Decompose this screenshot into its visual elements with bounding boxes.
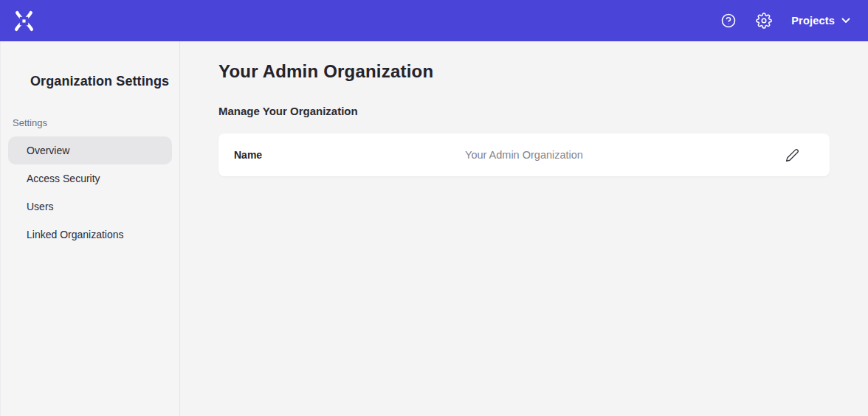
projects-dropdown-label: Projects: [791, 15, 835, 27]
sidebar-item-overview[interactable]: Overview: [8, 136, 172, 164]
projects-dropdown[interactable]: Projects: [791, 15, 850, 27]
pencil-icon: [785, 148, 799, 162]
sidebar-item-linked-organizations[interactable]: Linked Organizations: [8, 221, 172, 249]
edit-name-button[interactable]: [784, 147, 800, 163]
top-navigation-bar: Projects: [0, 0, 868, 41]
name-field-value: Your Admin Organization: [218, 149, 830, 161]
gear-icon: [756, 13, 772, 29]
section-heading: Manage Your Organization: [218, 105, 830, 118]
topbar-actions: Projects: [720, 13, 850, 29]
sidebar-nav: Overview Access Security Users Linked Or…: [1, 136, 179, 249]
main-content: Your Admin Organization Manage Your Orga…: [180, 41, 868, 416]
settings-button[interactable]: [756, 13, 772, 29]
settings-sidebar: Organization Settings Settings Overview …: [0, 41, 180, 416]
x-logo-icon: [13, 10, 35, 32]
sidebar-item-access-security[interactable]: Access Security: [8, 164, 172, 193]
sidebar-item-label: Linked Organizations: [27, 229, 124, 240]
question-circle-icon: [720, 13, 737, 29]
sidebar-item-users[interactable]: Users: [8, 193, 172, 221]
chevron-down-icon: [841, 18, 850, 24]
app-logo[interactable]: [13, 10, 35, 32]
sidebar-item-label: Users: [27, 201, 54, 212]
sidebar-item-label: Overview: [27, 145, 69, 156]
help-button[interactable]: [720, 13, 737, 29]
sidebar-item-label: Access Security: [27, 173, 100, 184]
page-title: Your Admin Organization: [218, 60, 830, 83]
organization-name-card: Name Your Admin Organization: [218, 134, 830, 176]
sidebar-title: Organization Settings: [30, 72, 179, 90]
name-field-label: Name: [234, 149, 262, 161]
sidebar-section-label: Settings: [13, 117, 179, 129]
